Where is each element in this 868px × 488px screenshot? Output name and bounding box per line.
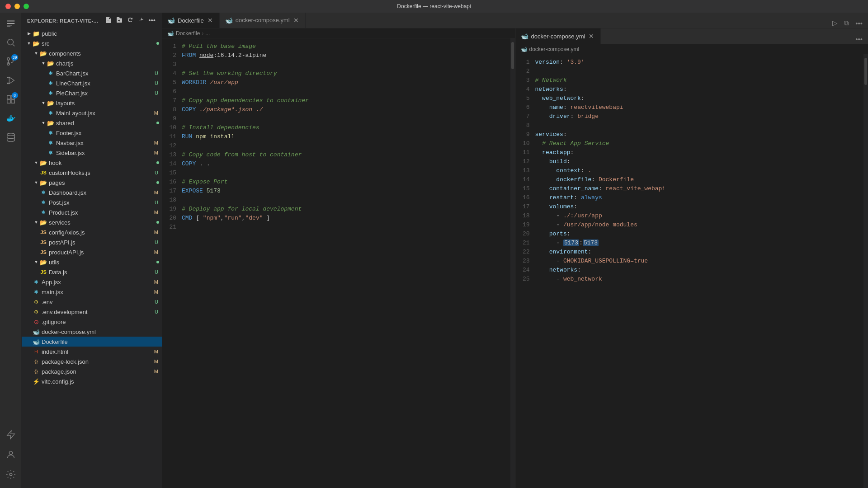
close-button[interactable] bbox=[5, 4, 11, 9]
new-file-icon[interactable] bbox=[104, 15, 113, 26]
tree-label: chartjs bbox=[56, 60, 162, 67]
breadcrumb-separator: › bbox=[202, 30, 203, 37]
tree-item-customhooks[interactable]: JS customHooks.js U bbox=[22, 168, 162, 178]
tree-label: layouts bbox=[56, 100, 162, 107]
breadcrumb-dockercompose: 🐋 docker-compose.yml bbox=[515, 44, 868, 54]
scrollbar-dockerfile[interactable] bbox=[510, 38, 515, 488]
tree-label: App.jsx bbox=[42, 279, 154, 286]
tree-item-dockercompose-file[interactable]: 🐋 docker-compose.yml bbox=[22, 327, 162, 337]
file-icon: H bbox=[33, 348, 40, 355]
tree-item-viteconfig[interactable]: ⚡ vite.config.js bbox=[22, 376, 162, 386]
chevron-down-icon: ▼ bbox=[33, 258, 40, 266]
tree-label: BarChart.jsx bbox=[56, 70, 155, 77]
minimize-button[interactable] bbox=[14, 4, 20, 9]
tab-close-icon[interactable]: ✕ bbox=[292, 17, 300, 24]
tree-item-layouts[interactable]: ▼ 📂 layouts bbox=[22, 98, 162, 108]
tree-item-gitignore[interactable]: ⊙ .gitignore bbox=[22, 317, 162, 327]
tree-item-post[interactable]: ⚛ Post.jsx U bbox=[22, 197, 162, 207]
tree-item-packagejson[interactable]: {} package.json M bbox=[22, 366, 162, 376]
tree-label: Dockerfile bbox=[42, 338, 162, 345]
tab-dockercompose[interactable]: 🐋 docker-compose.yml ✕ bbox=[220, 13, 306, 28]
more-actions-icon[interactable]: ••• bbox=[854, 19, 864, 28]
scrollbar-dockercompose[interactable] bbox=[863, 54, 868, 488]
split-editor-icon[interactable]: ⧉ bbox=[842, 18, 851, 28]
activity-extensions[interactable]: 8 bbox=[2, 90, 20, 108]
tree-item-packagelock[interactable]: {} package-lock.json M bbox=[22, 357, 162, 366]
main-layout: 39 8 bbox=[0, 13, 868, 488]
file-icon: JS bbox=[40, 249, 47, 256]
more-actions-right-icon[interactable]: ••• bbox=[854, 34, 864, 44]
tree-item-postapi[interactable]: JS postAPI.js U bbox=[22, 237, 162, 247]
activity-explorer[interactable] bbox=[2, 14, 20, 33]
tree-label: Footer.jsx bbox=[56, 130, 162, 136]
modified-dot bbox=[156, 42, 159, 45]
tree-item-components[interactable]: ▼ 📂 components bbox=[22, 48, 162, 58]
activity-docker[interactable] bbox=[2, 109, 20, 127]
file-icon: ⚛ bbox=[40, 209, 47, 216]
git-badge: M bbox=[154, 289, 158, 295]
tree-item-navbar[interactable]: ⚛ Navbar.jsx M bbox=[22, 138, 162, 148]
tree-item-product[interactable]: ⚛ Product.jsx M bbox=[22, 207, 162, 217]
file-icon: ⚛ bbox=[47, 89, 54, 97]
activity-run-debug[interactable] bbox=[2, 71, 20, 89]
tree-item-app[interactable]: ⚛ App.jsx M bbox=[22, 277, 162, 287]
tree-item-src[interactable]: ▼ 📂 src bbox=[22, 38, 162, 48]
tree-item-public[interactable]: ▶ 📁 public bbox=[22, 28, 162, 38]
code-area-dockercompose[interactable]: 12345 678910 1112131415 1617181920 21222… bbox=[515, 54, 868, 488]
tree-item-linechart[interactable]: ⚛ LineChart.jsx U bbox=[22, 78, 162, 88]
run-icon[interactable]: ▷ bbox=[830, 18, 840, 28]
svg-rect-6 bbox=[7, 96, 10, 99]
tree-item-mainlayout[interactable]: ⚛ MainLayout.jsx M bbox=[22, 108, 162, 118]
refresh-icon[interactable] bbox=[126, 15, 135, 26]
tree-label: Dashboard.jsx bbox=[49, 189, 154, 196]
git-badge: M bbox=[154, 150, 158, 155]
activity-search[interactable] bbox=[2, 33, 20, 52]
tree-label: Post.jsx bbox=[49, 199, 155, 206]
tree-item-dockerfile[interactable]: 🐋 Dockerfile bbox=[22, 337, 162, 347]
activity-remote[interactable] bbox=[2, 426, 20, 444]
code-content-dockercompose[interactable]: version: '3.9' # Network networks: web_n… bbox=[533, 54, 864, 488]
tree-item-barchart[interactable]: ⚛ BarChart.jsx U bbox=[22, 68, 162, 78]
collapse-icon[interactable] bbox=[137, 15, 146, 26]
tree-item-hook[interactable]: ▼ 📂 hook bbox=[22, 158, 162, 168]
git-badge: U bbox=[155, 80, 158, 86]
activity-source-control[interactable]: 39 bbox=[2, 52, 20, 70]
code-content-dockerfile[interactable]: # Pull the base image FROM node:16.14.2-… bbox=[180, 38, 510, 488]
tree-item-footer[interactable]: ⚛ Footer.jsx bbox=[22, 128, 162, 138]
activity-accounts[interactable] bbox=[2, 446, 20, 464]
tree-label: postAPI.js bbox=[49, 239, 155, 246]
tree-item-indexhtml[interactable]: H index.html M bbox=[22, 347, 162, 357]
breadcrumb-file: Dockerfile bbox=[176, 30, 200, 37]
tree-item-dashboard[interactable]: ⚛ Dashboard.jsx M bbox=[22, 188, 162, 197]
maximize-button[interactable] bbox=[24, 4, 29, 9]
tree-item-piechart[interactable]: ⚛ PieChart.jsx U bbox=[22, 88, 162, 98]
sidebar-title: EXPLORER: REACT-VITE-... bbox=[27, 18, 98, 23]
activity-database[interactable] bbox=[2, 128, 20, 146]
tree-item-services[interactable]: ▼ 📂 services bbox=[22, 217, 162, 227]
new-folder-icon[interactable] bbox=[115, 15, 124, 26]
tree-item-main[interactable]: ⚛ main.jsx M bbox=[22, 287, 162, 297]
activity-settings[interactable] bbox=[2, 465, 20, 483]
tab-close-icon[interactable]: ✕ bbox=[588, 33, 595, 40]
tree-item-configaxios[interactable]: JS configAxios.js M bbox=[22, 227, 162, 237]
tab-right-dockercompose[interactable]: 🐋 docker-compose.yml ✕ bbox=[515, 28, 601, 44]
tree-label: docker-compose.yml bbox=[42, 328, 162, 335]
more-actions-icon[interactable]: ••• bbox=[147, 15, 156, 26]
tree-item-env[interactable]: ⚙ .env U bbox=[22, 297, 162, 307]
tab-label: docker-compose.yml bbox=[236, 17, 290, 23]
tree-label: public bbox=[42, 30, 162, 37]
tree-item-pages[interactable]: ▼ 📂 pages bbox=[22, 178, 162, 188]
tree-item-chartjs[interactable]: ▼ 📂 chartjs bbox=[22, 58, 162, 68]
activity-bar-bottom bbox=[2, 426, 20, 488]
code-area-dockerfile[interactable]: 12345 678910 1112131415 1617181920 21 # … bbox=[162, 38, 515, 488]
tab-close-icon[interactable]: ✕ bbox=[207, 17, 214, 24]
tree-item-shared[interactable]: ▼ 📂 shared bbox=[22, 118, 162, 128]
tree-label: customHooks.js bbox=[49, 169, 155, 176]
tree-item-data[interactable]: JS Data.js U bbox=[22, 267, 162, 277]
tree-item-envdev[interactable]: ⚙ .env.development U bbox=[22, 307, 162, 317]
tree-label: Navbar.jsx bbox=[56, 140, 154, 146]
tree-item-sidebar-file[interactable]: ⚛ Sidebar.jsx M bbox=[22, 148, 162, 158]
tab-dockerfile[interactable]: 🐋 Dockerfile ✕ bbox=[162, 13, 220, 28]
tree-item-productapi[interactable]: JS productAPI.js M bbox=[22, 247, 162, 257]
tree-item-utils[interactable]: ▼ 📂 utils bbox=[22, 257, 162, 267]
